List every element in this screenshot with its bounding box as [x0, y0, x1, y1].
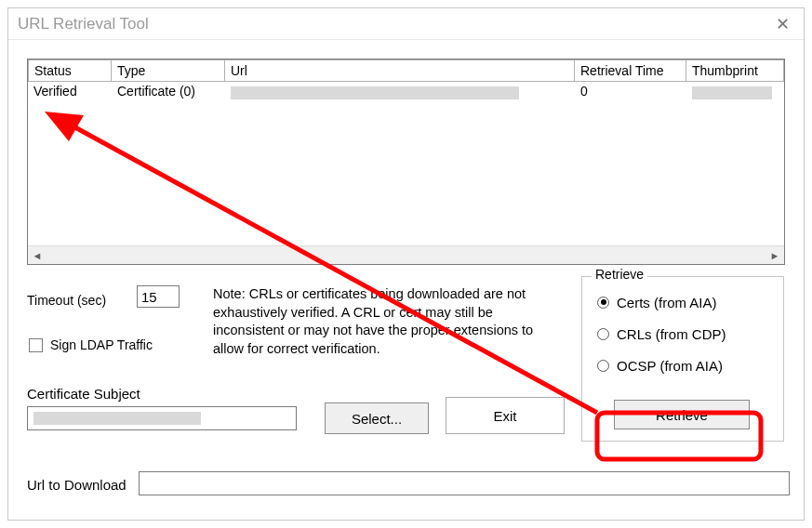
sign-ldap-label: Sign LDAP Traffic [50, 337, 153, 352]
radio-crls[interactable]: CRLs (from CDP) [597, 323, 783, 344]
radio-ocsp[interactable]: OCSP (from AIA) [597, 355, 783, 376]
note-text: Note: CRLs or certificates being downloa… [213, 285, 543, 358]
cell-type: Certificate (0) [112, 82, 225, 101]
retrieve-button[interactable]: Retrieve [614, 400, 750, 429]
close-button[interactable]: ✕ [761, 8, 804, 40]
url-to-download-label: Url to Download [27, 477, 126, 493]
cell-retrieval-time: 0 [575, 82, 686, 101]
redacted-subject [33, 412, 201, 425]
close-icon: ✕ [776, 14, 790, 34]
exit-button[interactable]: Exit [446, 397, 565, 434]
retrieve-legend: Retrieve [592, 267, 647, 282]
radio-icon [597, 360, 609, 372]
timeout-input[interactable] [137, 285, 180, 308]
scroll-right-icon[interactable]: ► [765, 246, 784, 265]
cell-status: Verified [28, 82, 112, 101]
radio-ocsp-label: OCSP (from AIA) [617, 358, 723, 374]
cell-url [225, 82, 575, 101]
col-retrieval-time[interactable]: Retrieval Time [575, 59, 686, 82]
radio-certs-label: Certs (from AIA) [617, 295, 717, 310]
radio-crls-label: CRLs (from CDP) [617, 326, 726, 342]
radio-icon [597, 297, 609, 309]
col-type[interactable]: Type [112, 59, 225, 82]
redacted-thumbprint [692, 86, 772, 99]
radio-icon [597, 328, 609, 340]
checkbox-icon [29, 338, 43, 352]
scrollbar-track[interactable] [47, 246, 765, 264]
col-status[interactable]: Status [28, 59, 112, 82]
col-url[interactable]: Url [225, 59, 575, 82]
url-listview[interactable]: Status Type Url Retrieval Time Thumbprin… [27, 59, 785, 265]
radio-certs[interactable]: Certs (from AIA) [597, 292, 783, 312]
title-bar: URL Retrieval Tool ✕ [8, 8, 804, 40]
certificate-subject-label: Certificate Subject [27, 386, 140, 402]
certificate-subject-input[interactable] [27, 406, 297, 430]
col-thumbprint[interactable]: Thumbprint [686, 59, 784, 82]
url-to-download-input[interactable] [139, 471, 790, 495]
cell-thumbprint [686, 82, 784, 101]
window-frame: URL Retrieval Tool ✕ Status Type Url Ret… [7, 7, 805, 521]
window-title: URL Retrieval Tool [18, 15, 149, 33]
listview-rows: Verified Certificate (0) 0 [28, 82, 784, 245]
sign-ldap-checkbox[interactable]: Sign LDAP Traffic [29, 337, 153, 352]
table-row[interactable]: Verified Certificate (0) 0 [28, 82, 784, 101]
select-button[interactable]: Select... [325, 403, 429, 434]
retrieve-groupbox: Retrieve Certs (from AIA) CRLs (from CDP… [581, 276, 784, 442]
scroll-left-icon[interactable]: ◄ [28, 246, 47, 265]
timeout-label: Timeout (sec) [27, 293, 106, 308]
redacted-url [231, 86, 519, 99]
horizontal-scrollbar[interactable]: ◄ ► [28, 245, 784, 264]
listview-header: Status Type Url Retrieval Time Thumbprin… [28, 59, 784, 82]
